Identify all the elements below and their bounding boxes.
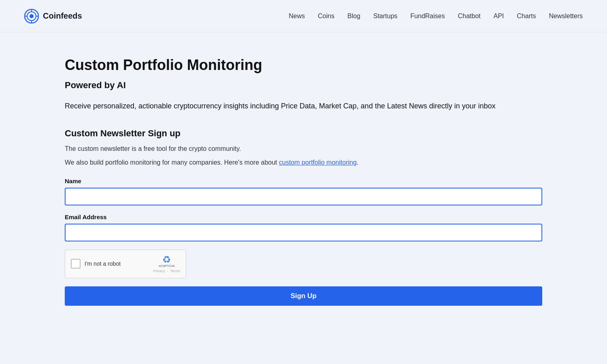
nav-news[interactable]: News: [289, 13, 305, 20]
nav-blog[interactable]: Blog: [347, 13, 360, 20]
nav-api[interactable]: API: [494, 13, 504, 20]
logo-text: Coinfeeds: [43, 11, 82, 21]
portfolio-desc-before: We also build portfolio monitoring for m…: [65, 159, 279, 166]
main-content: Custom Portfolio Monitoring Powered by A…: [40, 32, 567, 330]
logo-link[interactable]: Coinfeeds: [24, 9, 82, 23]
name-label: Name: [65, 178, 542, 184]
form-section-title: Custom Newsletter Sign up: [65, 128, 542, 139]
portfolio-description: We also build portfolio monitoring for m…: [65, 159, 542, 166]
captcha-brand-col: ♻ reCAPTCHA Privacy - Terms: [153, 255, 180, 273]
main-nav: News Coins Blog Startups FundRaises Chat…: [289, 13, 583, 20]
recaptcha-icon: ♻: [162, 255, 171, 265]
signup-button[interactable]: Sign Up: [65, 286, 542, 306]
coinfeeds-logo-icon: [24, 9, 39, 23]
svg-point-2: [30, 14, 34, 18]
nav-startups[interactable]: Startups: [373, 13, 397, 20]
signup-form: Name Email Address I'm not a robot ♻ reC…: [65, 178, 542, 306]
captcha-container: I'm not a robot ♻ reCAPTCHA Privacy - Te…: [65, 250, 542, 278]
nav-charts[interactable]: Charts: [517, 13, 536, 20]
nav-newsletters[interactable]: Newsletters: [549, 13, 583, 20]
captcha-label: I'm not a robot: [85, 260, 149, 267]
email-input[interactable]: [65, 224, 542, 241]
nav-chatbot[interactable]: Chatbot: [458, 13, 480, 20]
name-field-group: Name: [65, 178, 542, 205]
captcha-privacy-link[interactable]: Privacy: [153, 269, 165, 273]
portfolio-monitoring-link[interactable]: custom portfolio monitoring: [279, 159, 357, 166]
email-label: Email Address: [65, 214, 542, 220]
email-field-group: Email Address: [65, 214, 542, 241]
site-header: Coinfeeds News Coins Blog Startups FundR…: [0, 0, 607, 32]
page-description: Receive personalized, actionable cryptoc…: [65, 100, 542, 112]
page-subtitle: Powered by AI: [65, 80, 542, 91]
captcha-checkbox[interactable]: [71, 259, 81, 269]
form-description: The custom newsletter is a free tool for…: [65, 145, 542, 152]
page-title: Custom Portfolio Monitoring: [65, 57, 542, 74]
captcha-terms-link[interactable]: Terms: [170, 269, 180, 273]
captcha-links: Privacy - Terms: [153, 269, 180, 273]
portfolio-desc-after: .: [357, 159, 358, 166]
captcha-widget[interactable]: I'm not a robot ♻ reCAPTCHA Privacy - Te…: [65, 250, 186, 278]
recaptcha-brand-text: reCAPTCHA: [159, 265, 175, 267]
nav-fundraises[interactable]: FundRaises: [410, 13, 445, 20]
name-input[interactable]: [65, 188, 542, 205]
nav-coins[interactable]: Coins: [318, 13, 335, 20]
